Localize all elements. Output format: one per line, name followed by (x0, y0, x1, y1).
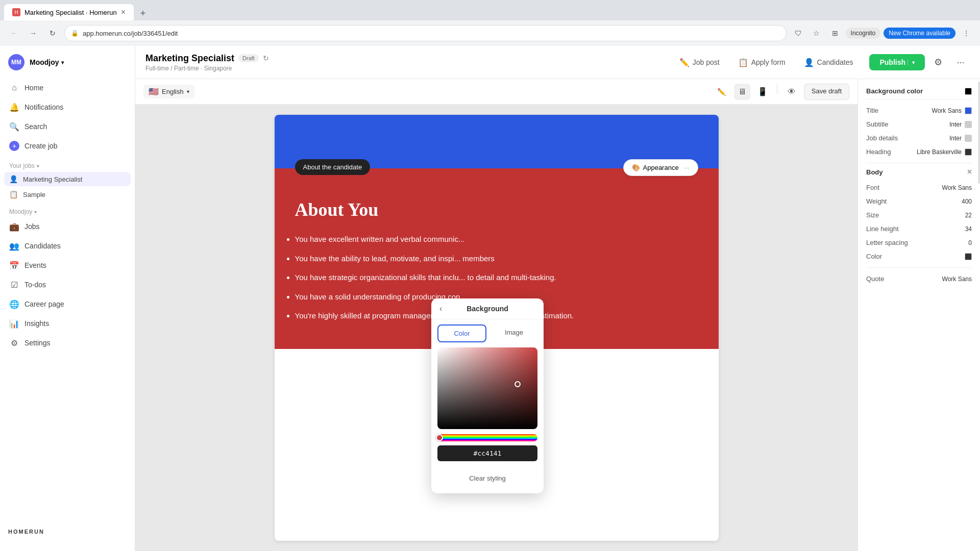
sidebar-item-label: Notifications (24, 103, 63, 111)
popup-tabs: Color Image (431, 319, 544, 347)
line-height-row: Line height 34 (866, 222, 972, 236)
quote-row: Quote Work Sans (866, 272, 972, 286)
tab-label: Job post (693, 58, 720, 66)
quote-value: Work Sans (942, 276, 972, 283)
settings-button[interactable]: ⚙ (929, 53, 947, 71)
mobile-view-button[interactable]: 📱 (754, 84, 771, 100)
bookmark-icon[interactable]: ☆ (809, 26, 824, 41)
notifications-icon: 🔔 (9, 102, 19, 112)
tab-apply-form[interactable]: 📋 Apply form (730, 54, 794, 71)
sidebar-item-candidates[interactable]: 👥 Candidates (4, 237, 131, 255)
sidebar-item-settings[interactable]: ⚙ Settings (4, 334, 131, 352)
new-chrome-badge[interactable]: New Chrome available (884, 28, 955, 39)
bg-color-swatch[interactable] (965, 88, 972, 95)
image-tab[interactable]: Image (491, 324, 537, 342)
sidebar-item-label: Jobs (24, 222, 40, 231)
title-color-swatch[interactable] (965, 107, 972, 114)
chevron-down-icon: ▾ (37, 163, 39, 169)
sidebar-item-create-job[interactable]: + Create job (4, 137, 131, 155)
main-content: Marketing Specialist Draft ↻ Full-time /… (135, 46, 980, 551)
color-gradient-picker[interactable] (437, 347, 537, 429)
todo-icon: ☑ (9, 280, 19, 290)
more-button[interactable]: ··· (951, 53, 970, 71)
font-value: Work Sans (942, 184, 972, 191)
browser-actions: 🛡 ☆ ⊞ Incognito New Chrome available ⋮ (791, 26, 974, 41)
refresh-button[interactable]: ↻ (45, 26, 60, 41)
tab-label: Apply form (751, 58, 786, 66)
color-tab[interactable]: Color (437, 324, 486, 342)
org-name[interactable]: Moodjoy ▾ (30, 58, 64, 66)
sidebar-item-career-page[interactable]: 🌐 Career page (4, 295, 131, 313)
publish-button[interactable]: Publish ▾ (869, 54, 925, 70)
heading-row: Heading Libre Baskerville (866, 145, 972, 159)
weight-label: Weight (866, 197, 887, 205)
tab-close-button[interactable]: × (121, 8, 126, 17)
edit-mode-button[interactable]: ✏️ (714, 84, 730, 100)
heading-color-swatch[interactable] (965, 148, 972, 156)
sidebar-item-search[interactable]: 🔍 Search (4, 117, 131, 136)
extension-icon[interactable]: 🛡 (791, 26, 806, 41)
list-item: You have excellent written and verbal co… (295, 233, 698, 246)
back-button[interactable]: ← (6, 26, 21, 41)
sidebar-item-jobs[interactable]: 💼 Jobs (4, 217, 131, 236)
subtitle-color-swatch[interactable] (965, 121, 972, 128)
settings-icon: ⚙ (9, 338, 19, 348)
tab-favicon: H (12, 8, 20, 16)
browser-tabs: H Marketing Specialist · Homerun × + (0, 0, 980, 20)
eye-view-button[interactable]: 👁 (783, 84, 800, 100)
list-item: You have the ability to lead, motivate, … (295, 252, 698, 265)
sidebar-item-events[interactable]: 📅 Events (4, 256, 131, 274)
job-person-icon: 👤 (9, 175, 18, 183)
canvas-toolbar: 🇺🇸 English ▾ ✏️ 🖥 📱 👁 Save draft (135, 79, 857, 105)
letter-spacing-label: Letter spacing (866, 239, 908, 246)
job-item-marketing-specialist[interactable]: 👤 Marketing Specialist (4, 172, 131, 186)
popup-back-button[interactable]: ‹ (439, 304, 442, 313)
app: MM Moodjoy ▾ ⌂ Home 🔔 Notifications 🔍 Se… (0, 46, 980, 551)
sidebar-item-notifications[interactable]: 🔔 Notifications (4, 98, 131, 116)
new-tab-button[interactable]: + (136, 6, 150, 20)
active-tab[interactable]: H Marketing Specialist · Homerun × (4, 4, 134, 20)
form-icon: 📋 (738, 58, 748, 67)
topbar: Marketing Specialist Draft ↻ Full-time /… (135, 46, 980, 79)
incognito-button[interactable]: Incognito (846, 28, 881, 39)
appearance-more-icon: ··· (684, 164, 690, 171)
refresh-icon[interactable]: ↻ (263, 54, 269, 62)
clear-styling-button[interactable]: Clear styling (437, 469, 537, 487)
sidebar-moodjoy-nav: 💼 Jobs 👥 Candidates 📅 Events ☑ To-dos 🌐 … (0, 217, 135, 353)
hex-input[interactable] (437, 445, 537, 461)
job-details-label: Job details (866, 134, 898, 142)
desktop-view-button[interactable]: 🖥 (734, 84, 750, 100)
divider (866, 99, 972, 99)
tab-candidates[interactable]: 👤 Candidates (796, 54, 862, 71)
line-height-value: 34 (965, 226, 972, 233)
sidebar-icon[interactable]: ⊞ (827, 26, 843, 41)
sidebar-item-home[interactable]: ⌂ Home (4, 79, 131, 97)
tab-job-post[interactable]: ✏️ Job post (671, 54, 728, 71)
job-details-color-swatch[interactable] (965, 135, 972, 142)
browser-toolbar: ← → ↻ 🔒 app.homerun.co/job/336451/edit 🛡… (0, 20, 980, 46)
sidebar-item-insights[interactable]: 📊 Insights (4, 314, 131, 333)
forward-button[interactable]: → (26, 26, 41, 41)
body-color-swatch[interactable] (965, 253, 972, 260)
font-label: Font (866, 184, 879, 191)
job-item-sample[interactable]: 📋 Sample (4, 187, 131, 202)
search-icon: 🔍 (9, 121, 19, 132)
job-item-label: Marketing Specialist (23, 176, 82, 183)
save-draft-button[interactable]: Save draft (804, 84, 849, 100)
language-button[interactable]: 🇺🇸 English ▾ (143, 85, 194, 98)
page-title: About You (295, 199, 698, 220)
appearance-button[interactable]: 🎨 Appearance ··· (623, 159, 698, 176)
topbar-title-area: Marketing Specialist Draft ↻ Full-time /… (145, 53, 663, 72)
about-candidate-button[interactable]: About the candidate (295, 159, 371, 175)
body-close-button[interactable]: × (967, 167, 972, 177)
menu-button[interactable]: ⋮ (959, 26, 974, 41)
sidebar-item-todos[interactable]: ☑ To-dos (4, 276, 131, 294)
size-row: Size 22 (866, 208, 972, 222)
address-bar[interactable]: 🔒 app.homerun.co/job/336451/edit (64, 25, 787, 41)
canvas-toolbar-right: ✏️ 🖥 📱 👁 Save draft (714, 84, 849, 100)
hue-slider[interactable] (437, 434, 537, 441)
sidebar-item-label: Insights (24, 319, 49, 328)
scrollbar[interactable] (978, 82, 980, 184)
gradient-canvas (437, 347, 537, 429)
size-value: 22 (965, 212, 972, 219)
